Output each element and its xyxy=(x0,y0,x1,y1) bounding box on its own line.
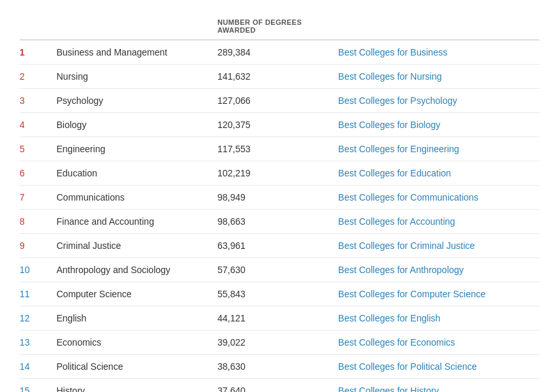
cell-degrees: 289,384 xyxy=(217,40,338,65)
table-row: 1Business and Management289,384Best Coll… xyxy=(20,40,539,65)
cell-rank: 7 xyxy=(20,186,56,210)
ranking-link[interactable]: Best Colleges for Political Science xyxy=(338,361,477,372)
table-row: 11Computer Science55,843Best Colleges fo… xyxy=(20,282,539,306)
ranking-link[interactable]: Best Colleges for Criminal Justice xyxy=(338,240,475,251)
table-row: 12English44,121Best Colleges for English xyxy=(20,306,539,331)
ranking-link[interactable]: Best Colleges for Engineering xyxy=(338,144,459,154)
table-row: 4Biology120,375Best Colleges for Biology xyxy=(20,113,539,137)
cell-rank: 6 xyxy=(20,161,56,186)
cell-major: Psychology xyxy=(56,89,217,113)
cell-ranking[interactable]: Best Colleges for Accounting xyxy=(338,210,539,234)
ranking-link[interactable]: Best Colleges for History xyxy=(338,385,439,392)
cell-ranking[interactable]: Best Colleges for History xyxy=(338,379,539,393)
table-row: 10Anthropology and Sociology57,630Best C… xyxy=(20,258,539,282)
cell-ranking[interactable]: Best Colleges for Political Science xyxy=(338,355,539,379)
cell-ranking[interactable]: Best Colleges for Communications xyxy=(338,186,539,210)
ranking-link[interactable]: Best Colleges for Nursing xyxy=(338,71,442,82)
cell-rank: 14 xyxy=(20,355,56,379)
cell-ranking[interactable]: Best Colleges for Business xyxy=(338,40,539,65)
table-row: 5Engineering117,553Best Colleges for Eng… xyxy=(20,137,539,161)
cell-degrees: 117,553 xyxy=(217,137,338,161)
cell-rank: 4 xyxy=(20,113,56,137)
cell-rank: 2 xyxy=(20,65,56,89)
cell-ranking[interactable]: Best Colleges for Psychology xyxy=(338,89,539,113)
table-row: 6Education102,219Best Colleges for Educa… xyxy=(20,161,539,186)
cell-ranking[interactable]: Best Colleges for Education xyxy=(338,161,539,186)
table-row: 8Finance and Accounting98,663Best Colleg… xyxy=(20,210,539,234)
table-body: 1Business and Management289,384Best Coll… xyxy=(20,40,539,392)
cell-rank: 11 xyxy=(20,282,56,306)
table-row: 9Criminal Justice63,961Best Colleges for… xyxy=(20,234,539,258)
cell-rank: 10 xyxy=(20,258,56,282)
table-row: 7Communications98,949Best Colleges for C… xyxy=(20,186,539,210)
ranking-link[interactable]: Best Colleges for Biology xyxy=(338,120,440,130)
cell-degrees: 141,632 xyxy=(217,65,338,89)
cell-major: Finance and Accounting xyxy=(56,210,217,234)
cell-major: Criminal Justice xyxy=(56,234,217,258)
cell-rank: 8 xyxy=(20,210,56,234)
ranking-link[interactable]: Best Colleges for Communications xyxy=(338,192,479,203)
table-row: 2Nursing141,632Best Colleges for Nursing xyxy=(20,65,539,89)
cell-major: Biology xyxy=(56,113,217,137)
table-header-row: NUMBER OF DEGREESAWARDED xyxy=(20,13,539,40)
table-row: 3Psychology127,066Best Colleges for Psyc… xyxy=(20,89,539,113)
cell-rank: 5 xyxy=(20,137,56,161)
main-container: NUMBER OF DEGREESAWARDED 1Business and M… xyxy=(0,0,559,392)
cell-rank: 15 xyxy=(20,379,56,393)
cell-major: Economics xyxy=(56,331,217,355)
ranking-link[interactable]: Best Colleges for Accounting xyxy=(338,216,455,227)
cell-major: Business and Management xyxy=(56,40,217,65)
cell-degrees: 98,949 xyxy=(217,186,338,210)
cell-rank: 9 xyxy=(20,234,56,258)
ranking-link[interactable]: Best Colleges for Education xyxy=(338,168,451,178)
table-row: 13Economics39,022Best Colleges for Econo… xyxy=(20,331,539,355)
cell-rank: 3 xyxy=(20,89,56,113)
cell-degrees: 63,961 xyxy=(217,234,338,258)
cell-degrees: 39,022 xyxy=(217,331,338,355)
header-ranking xyxy=(338,13,539,40)
header-degrees: NUMBER OF DEGREESAWARDED xyxy=(217,13,338,40)
cell-degrees: 55,843 xyxy=(217,282,338,306)
cell-major: Anthropology and Sociology xyxy=(56,258,217,282)
cell-major: Political Science xyxy=(56,355,217,379)
table-row: 14Political Science38,630Best Colleges f… xyxy=(20,355,539,379)
cell-degrees: 38,630 xyxy=(217,355,338,379)
cell-ranking[interactable]: Best Colleges for English xyxy=(338,306,539,331)
cell-degrees: 98,663 xyxy=(217,210,338,234)
cell-degrees: 120,375 xyxy=(217,113,338,137)
cell-ranking[interactable]: Best Colleges for Economics xyxy=(338,331,539,355)
cell-degrees: 127,066 xyxy=(217,89,338,113)
ranking-link[interactable]: Best Colleges for Anthropology xyxy=(338,265,464,275)
cell-ranking[interactable]: Best Colleges for Engineering xyxy=(338,137,539,161)
ranking-link[interactable]: Best Colleges for Computer Science xyxy=(338,289,486,299)
header-major xyxy=(56,13,217,40)
cell-rank: 12 xyxy=(20,306,56,331)
cell-degrees: 44,121 xyxy=(217,306,338,331)
cell-ranking[interactable]: Best Colleges for Nursing xyxy=(338,65,539,89)
cell-degrees: 102,219 xyxy=(217,161,338,186)
ranking-link[interactable]: Best Colleges for English xyxy=(338,313,440,323)
cell-degrees: 37,640 xyxy=(217,379,338,393)
header-rank xyxy=(20,13,56,40)
cell-major: Education xyxy=(56,161,217,186)
ranking-link[interactable]: Best Colleges for Economics xyxy=(338,337,455,348)
table-row: 15History37,640Best Colleges for History xyxy=(20,379,539,393)
cell-major: Communications xyxy=(56,186,217,210)
cell-major: History xyxy=(56,379,217,393)
cell-ranking[interactable]: Best Colleges for Criminal Justice xyxy=(338,234,539,258)
cell-ranking[interactable]: Best Colleges for Computer Science xyxy=(338,282,539,306)
cell-major: Computer Science xyxy=(56,282,217,306)
cell-degrees: 57,630 xyxy=(217,258,338,282)
cell-rank: 13 xyxy=(20,331,56,355)
cell-ranking[interactable]: Best Colleges for Biology xyxy=(338,113,539,137)
cell-ranking[interactable]: Best Colleges for Anthropology xyxy=(338,258,539,282)
cell-rank: 1 xyxy=(20,40,56,65)
ranking-link[interactable]: Best Colleges for Business xyxy=(338,47,447,57)
cell-major: English xyxy=(56,306,217,331)
ranking-link[interactable]: Best Colleges for Psychology xyxy=(338,95,457,106)
cell-major: Engineering xyxy=(56,137,217,161)
rankings-table: NUMBER OF DEGREESAWARDED 1Business and M… xyxy=(20,13,539,392)
cell-major: Nursing xyxy=(56,65,217,89)
